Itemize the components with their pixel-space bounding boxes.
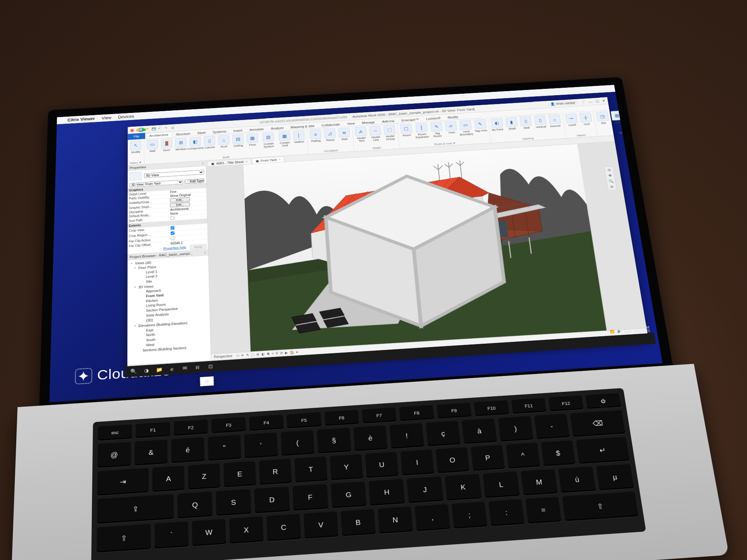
view-scale[interactable]: Perspective — [214, 354, 232, 359]
save-icon[interactable]: 💾 — [152, 127, 156, 131]
taskbar-item[interactable]: 🔍 — [127, 366, 140, 376]
open-icon[interactable]: 📂 — [145, 127, 150, 131]
taskbar-item[interactable]: ✉ — [178, 363, 191, 373]
redo-icon[interactable]: ↷ — [165, 126, 169, 130]
viewbar-item[interactable]: ⚙ — [256, 353, 260, 356]
curtain-grid-button[interactable]: ▩Curtain Grid — [278, 131, 291, 147]
floor-button[interactable]: ▦Floor — [246, 133, 259, 147]
model-text-button[interactable]: AModel Text — [354, 126, 368, 143]
mac-menu-devices[interactable]: Devices — [118, 114, 134, 119]
close-icon[interactable] — [130, 129, 134, 132]
wall-button[interactable]: ▯Wall — [519, 116, 533, 130]
ribbon-tab-analyze[interactable]: Analyze — [268, 125, 287, 131]
viewbar-item[interactable]: 🏠 — [290, 350, 294, 354]
prop-checkbox[interactable] — [170, 216, 174, 220]
ribbon-tab-view[interactable]: View — [343, 121, 358, 127]
maximize-icon[interactable] — [142, 128, 146, 131]
shaft-button[interactable]: ▮Shaft — [504, 117, 518, 130]
area-button[interactable]: ▱Area — [444, 121, 458, 134]
room-button[interactable]: ▢Room — [399, 124, 413, 137]
pan-icon[interactable]: ✥ — [608, 173, 612, 177]
window-max-icon[interactable]: ▢ — [595, 99, 599, 103]
type-selector[interactable]: 3D View — [144, 170, 204, 178]
taskbar-item[interactable]: e — [166, 364, 179, 374]
stair-button[interactable]: ≣Stair — [338, 127, 351, 141]
viewbar-item[interactable]: ⬚ — [251, 353, 255, 357]
steering-wheel-icon[interactable]: ◎ — [607, 168, 611, 172]
start-button[interactable]: ⊞ — [200, 376, 214, 386]
taskbar-item[interactable]: ◑ — [140, 366, 153, 376]
viewbar-item[interactable]: 0 — [276, 351, 278, 355]
tray-volume-icon[interactable]: 🔊 — [617, 329, 621, 333]
browser-close-icon[interactable]: × — [204, 251, 206, 254]
ribbon-tab-annotate[interactable]: Annotate — [246, 126, 267, 133]
ribbon-tab-insert[interactable]: Insert — [230, 128, 246, 134]
minimize-icon[interactable] — [136, 129, 140, 132]
curtain-system-button[interactable]: ▥Curtain System — [260, 132, 277, 149]
prop-checkbox[interactable] — [171, 231, 175, 235]
mac-menu-view[interactable]: View — [102, 116, 112, 120]
viewbar-item[interactable]: ▾ — [296, 350, 298, 354]
room-separator-button[interactable]: ⎮Room Separator — [414, 123, 429, 139]
user-chip[interactable]: 👤 nhan.sanjay — [547, 100, 578, 106]
show-button[interactable]: ▦Show — [610, 110, 625, 124]
prop-checkbox[interactable] — [171, 226, 175, 230]
grid-button[interactable]: ┼Grid — [579, 113, 593, 126]
window-button[interactable]: ⊞Window — [175, 138, 187, 151]
component-button[interactable]: ◧Component — [189, 137, 202, 150]
window-min-icon[interactable]: — — [588, 100, 592, 103]
viewbar-item[interactable]: ◐ — [262, 352, 265, 356]
mullion-button[interactable]: │Mullion — [292, 130, 305, 144]
taskbar-item[interactable]: R — [191, 362, 204, 372]
window-close-icon[interactable]: ✕ — [602, 99, 605, 103]
tag-room-button[interactable]: ✎Tag Room — [430, 122, 444, 138]
model-group-button[interactable]: ⬚Model Group — [383, 125, 396, 141]
area-boundary-button[interactable]: ▭Area Boundary — [459, 120, 474, 136]
ribbon-tab-manage[interactable]: Manage — [358, 119, 378, 126]
railing-button[interactable]: ≡Railing — [309, 129, 322, 143]
close-icon[interactable]: × — [279, 158, 281, 161]
column-button[interactable]: ▯Column — [203, 136, 216, 150]
print-icon[interactable]: 🖨 — [171, 126, 175, 130]
ribbon-tab-systems[interactable]: Systems — [209, 129, 230, 135]
undo-icon[interactable]: ↶ — [158, 126, 162, 130]
drawing-canvas[interactable]: ◎ ✥ 🔍 ⟳ — [206, 141, 647, 354]
close-icon[interactable]: × — [246, 160, 248, 163]
file-tab[interactable]: File — [128, 133, 145, 140]
tray-keyboard[interactable]: BEP — [624, 330, 632, 334]
ribbon-tab-lumion-[interactable]: Lumion® — [423, 115, 444, 121]
ribbon-tab-modify[interactable]: Modify — [444, 114, 462, 120]
project-browser[interactable]: Views (all)Floor PlansLevel 1Level 2Site… — [127, 255, 211, 365]
ramp-button[interactable]: ◿Ramp — [323, 129, 337, 142]
ceiling-button[interactable]: ▤Ceiling — [232, 134, 245, 148]
viewbar-item[interactable]: ✖ — [267, 352, 270, 356]
ref-plane-button[interactable]: ⊞Ref Plane — [624, 110, 640, 126]
vertical-button[interactable]: ▯Vertical — [533, 115, 548, 129]
viewbar-item[interactable]: ☀ — [241, 353, 244, 357]
help-icon[interactable]: ❔ — [581, 100, 586, 104]
zoom-icon[interactable]: 🔍 — [608, 179, 614, 184]
view-cube[interactable] — [206, 146, 642, 354]
ribbon-tab-steel[interactable]: Steel — [194, 130, 209, 136]
ribbon-tab-add-ins[interactable]: Add-Ins — [379, 118, 398, 124]
set-button[interactable]: ◳Set — [595, 111, 610, 125]
by-face-button[interactable]: ◐By Face — [490, 118, 504, 131]
wall-button[interactable]: ▭Wall — [146, 139, 159, 153]
mac-app-name[interactable]: Citrix Viewer — [67, 116, 95, 122]
properties-grid[interactable]: GraphicsDetail LevelFineParts Visibility… — [127, 183, 208, 248]
properties-close-icon[interactable]: × — [202, 162, 204, 165]
apply-button[interactable]: Apply — [190, 244, 207, 250]
taskbar-item[interactable]: ⊡ — [204, 361, 217, 371]
properties-help-link[interactable]: Properties help — [162, 245, 188, 252]
taskbar-item[interactable]: 📁 — [153, 365, 166, 375]
viewbar-item[interactable]: ⟳ — [280, 351, 283, 355]
door-button[interactable]: 🚪Door — [160, 139, 173, 152]
modify-button[interactable]: ↖Modify — [130, 140, 142, 154]
level-button[interactable]: ⊸Level — [564, 113, 579, 127]
viewbar-item[interactable]: < — [272, 352, 274, 356]
tray-network-icon[interactable]: 📶 — [610, 330, 614, 333]
tag-area-button[interactable]: ✎Tag Area — [473, 119, 487, 132]
ribbon-tab-structure[interactable]: Structure — [173, 131, 194, 137]
dormer-button[interactable]: ⌂Dormer — [548, 114, 562, 128]
viewbar-item[interactable]: ✎ — [246, 353, 249, 357]
